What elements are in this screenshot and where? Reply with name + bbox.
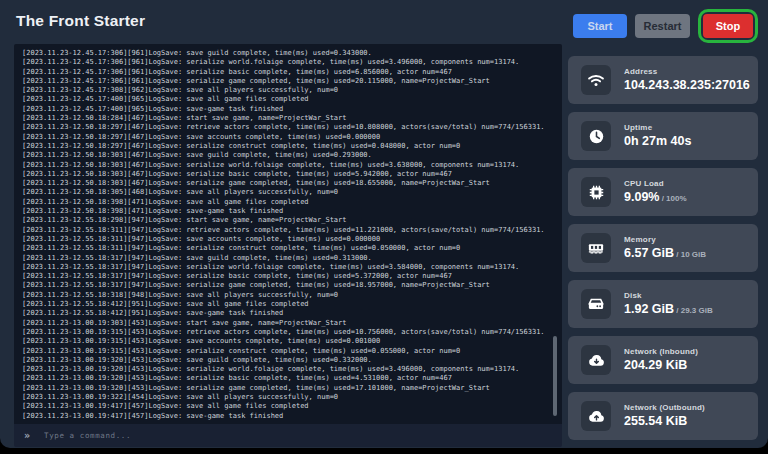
console-scrollbar-thumb[interactable] [553,336,557,416]
log-line: [2023.11.23-13.00.19:320][453]LogSave: s… [22,384,554,393]
stat-label: Disk [624,292,713,300]
log-line: [2023.11.23-12.50.18:297][467]LogSave: r… [22,123,554,132]
log-line: [2023.11.23-12.45.17:306][961]LogSave: s… [22,77,554,86]
stats-sidebar: Address104.243.38.235:27016Uptime0h 27m … [568,56,758,448]
command-input[interactable] [42,430,562,441]
log-line: [2023.11.23-12.50.18:303][467]LogSave: s… [22,170,554,179]
stat-label: Memory [624,236,706,244]
server-panel: The Front Starter Start Restart Stop [20… [0,0,768,448]
restart-button[interactable]: Restart [635,14,690,38]
log-line: [2023.11.23-12.50.18:297][467]LogSave: s… [22,142,554,151]
prompt-icon: » [24,430,30,441]
log-line: [2023.11.23-12.50.18:297][467]LogSave: s… [22,133,554,142]
stat-value: 0h 27m 40s [624,135,691,148]
console-log[interactable]: [2023.11.23-12.45.17:306][961]LogSave: s… [14,44,562,424]
log-line: [2023.11.23-12.50.18:303][467]LogSave: s… [22,161,554,170]
stat-card-disk: Disk1.92 GiB / 29.3 GiB [568,280,758,328]
cloud-download-icon [581,345,611,375]
log-line: [2023.11.23-12.55.18:412][951]LogSave: s… [22,300,554,309]
stop-button-highlight-annotation: Stop [698,9,758,43]
log-line: [2023.11.23-13.00.19:315][453]LogSave: s… [22,347,554,356]
log-line: [2023.11.23-12.45.17:400][965]LogSave: s… [22,105,554,114]
stat-card-memory: Memory6.57 GiB / 10 GiB [568,224,758,272]
stat-value: 104.243.38.235:27016 [624,79,750,92]
log-line: [2023.11.23-12.55.18:311][947]LogSave: s… [22,235,554,244]
log-line: [2023.11.23-12.45.17:306][961]LogSave: s… [22,58,554,67]
start-button[interactable]: Start [573,14,627,38]
stat-label: Address [624,68,750,76]
cloud-upload-icon [581,401,611,431]
stat-label: Uptime [624,124,691,132]
log-line: [2023.11.23-12.45.17:400][965]LogSave: s… [22,95,554,104]
stat-max: / 29.3 GiB [674,306,713,315]
log-line: [2023.11.23-13.00.19:320][453]LogSave: s… [22,356,554,365]
stat-card-network-inbound: Network (Inbound)204.29 KiB [568,336,758,384]
log-line: [2023.11.23-13.00.19:315][453]LogSave: r… [22,328,554,337]
stat-card-network-outbound: Network (Outbound)255.54 KiB [568,392,758,440]
log-line: [2023.11.23-12.55.18:317][947]LogSave: s… [22,254,554,263]
log-line: [2023.11.23-12.55.18:412][951]LogSave: s… [22,309,554,318]
memory-icon [581,233,611,263]
log-line: [2023.11.23-12.45.17:308][962]LogSave: s… [22,86,554,95]
log-line: [2023.11.23-12.55.18:317][947]LogSave: s… [22,263,554,272]
log-line: [2023.11.23-13.00.19:303][453]LogSave: s… [22,319,554,328]
log-line: [2023.11.23-12.50.18:305][468]LogSave: s… [22,188,554,197]
cpu-icon [581,177,611,207]
log-line: [2023.11.23-12.50.18:284][467]LogSave: s… [22,114,554,123]
log-line: [2023.11.23-12.50.18:398][471]LogSave: s… [22,207,554,216]
stat-card-cpu-load: CPU Load9.09% / 100% [568,168,758,216]
stat-value: 1.92 GiB / 29.3 GiB [624,303,713,316]
stat-label: CPU Load [624,180,687,188]
stat-value: 204.29 KiB [624,359,698,372]
power-actions: Start Restart Stop [573,8,758,44]
stat-label: Network (Outbound) [624,404,705,412]
log-line: [2023.11.23-12.55.18:318][948]LogSave: s… [22,291,554,300]
log-line: [2023.11.23-13.00.19:320][453]LogSave: s… [22,374,554,383]
log-line: [2023.11.23-12.50.18:398][471]LogSave: s… [22,198,554,207]
stat-card-address: Address104.243.38.235:27016 [568,56,758,104]
log-line: [2023.11.23-13.00.19:417][457]LogSave: s… [22,402,554,411]
log-line: [2023.11.23-12.50.18:303][467]LogSave: s… [22,179,554,188]
stat-max: / 100% [659,194,686,203]
log-line: [2023.11.23-12.50.18:303][467]LogSave: s… [22,151,554,160]
stop-button[interactable]: Stop [703,14,753,38]
log-line: [2023.11.23-13.00.19:322][454]LogSave: s… [22,393,554,402]
stat-value: 255.54 KiB [624,415,705,428]
stat-card-uptime: Uptime0h 27m 40s [568,112,758,160]
disk-icon [581,289,611,319]
console-panel: [2023.11.23-12.45.17:306][961]LogSave: s… [14,44,562,447]
wifi-icon [581,65,611,95]
log-line: [2023.11.23-12.55.18:311][947]LogSave: s… [22,244,554,253]
stat-max: / 10 GiB [674,250,706,259]
log-line: [2023.11.23-13.00.19:417][457]LogSave: s… [22,412,554,421]
stat-value: 9.09% / 100% [624,191,687,204]
page-title: The Front Starter [16,12,145,30]
command-bar: » [14,424,562,447]
log-line: [2023.11.23-12.55.18:298][947]LogSave: s… [22,216,554,225]
log-line: [2023.11.23-12.55.18:311][947]LogSave: r… [22,226,554,235]
log-line: [2023.11.23-13.00.19:315][453]LogSave: s… [22,337,554,346]
log-line: [2023.11.23-12.45.17:306][961]LogSave: s… [22,49,554,58]
log-line: [2023.11.23-12.45.17:306][961]LogSave: s… [22,68,554,77]
stat-label: Network (Inbound) [624,348,698,356]
clock-icon [581,121,611,151]
log-line: [2023.11.23-13.00.19:320][453]LogSave: s… [22,365,554,374]
log-line: [2023.11.23-12.55.18:317][947]LogSave: s… [22,281,554,290]
topbar: The Front Starter Start Restart Stop [0,0,768,44]
stat-value: 6.57 GiB / 10 GiB [624,247,706,260]
log-line: [2023.11.23-12.55.18:317][947]LogSave: s… [22,272,554,281]
